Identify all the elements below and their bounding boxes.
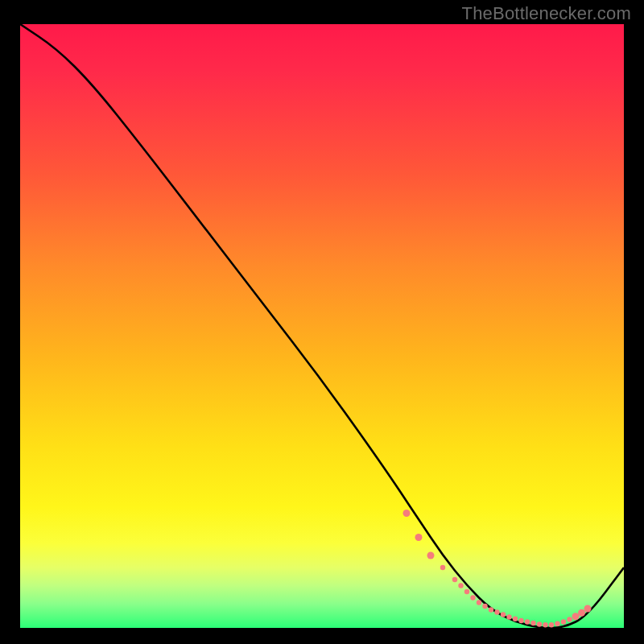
- bottleneck-curve-line: [20, 24, 624, 628]
- curve-marker-dot: [440, 565, 445, 570]
- curve-marker-dot: [567, 617, 572, 621]
- curve-marker-dot: [494, 609, 499, 614]
- chart-plot-area: [20, 24, 624, 628]
- curve-marker-dot: [530, 621, 535, 625]
- curve-marker-dot: [525, 619, 530, 624]
- curve-marker-dot: [549, 622, 554, 627]
- curve-marker-dot: [572, 613, 580, 620]
- curve-marker-dot: [518, 618, 523, 623]
- curve-marker-dot: [427, 552, 435, 559]
- curve-marker-dot: [584, 605, 592, 613]
- curve-marker-dot: [506, 614, 511, 619]
- curve-marker-dot: [403, 510, 411, 517]
- curve-marker-band: [403, 510, 592, 628]
- curve-marker-dot: [458, 583, 463, 588]
- curve-marker-dot: [501, 612, 506, 617]
- curve-marker-dot: [561, 619, 566, 624]
- curve-marker-dot: [489, 607, 493, 612]
- curve-marker-dot: [452, 577, 457, 582]
- chart-svg: [20, 24, 624, 628]
- curve-marker-dot: [537, 621, 542, 626]
- curve-marker-dot: [415, 534, 423, 541]
- curve-marker-dot: [477, 600, 481, 605]
- curve-marker-dot: [578, 609, 585, 617]
- curve-marker-dot: [513, 617, 518, 621]
- curve-marker-dot: [555, 621, 559, 626]
- curve-marker-dot: [464, 589, 469, 594]
- curve-marker-dot: [482, 604, 487, 609]
- curve-marker-dot: [470, 595, 475, 600]
- attribution-text: TheBottlenecker.com: [462, 3, 631, 24]
- curve-marker-dot: [543, 622, 547, 627]
